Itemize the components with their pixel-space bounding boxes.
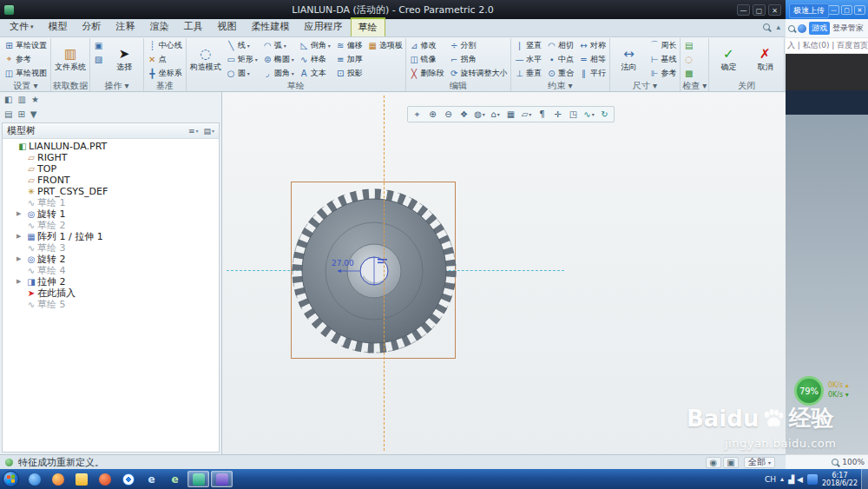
tab-render[interactable]: 渲染: [143, 17, 176, 36]
tree-columns-icon[interactable]: ▤: [4, 109, 12, 119]
tab-view[interactable]: 视图: [211, 17, 244, 36]
perimeter-dimension-button[interactable]: ⌒周长: [648, 38, 679, 52]
midpoint-constraint-button[interactable]: ∙中点: [545, 52, 575, 66]
perspective-icon[interactable]: ◳: [566, 108, 581, 121]
parallel-constraint-button[interactable]: ∥平行: [577, 66, 608, 80]
circle-button[interactable]: ○圆▾: [225, 66, 260, 80]
ok-button[interactable]: ✓确定: [711, 38, 746, 80]
taskbar-app-icon[interactable]: e: [164, 471, 186, 487]
tree-item-sketch-5[interactable]: ∿ 草绘 5: [3, 299, 219, 310]
coincident-constraint-button[interactable]: ⊙重合: [545, 66, 575, 80]
zoom-out-icon[interactable]: ⊖: [441, 108, 456, 121]
point-button[interactable]: ✕点: [146, 52, 184, 66]
symmetric-constraint-button[interactable]: ↔对称: [577, 38, 608, 52]
tangent-constraint-button[interactable]: ◠相切: [545, 38, 575, 52]
selection-filter[interactable]: 全部 ▾: [744, 457, 775, 468]
taskbar-ie-icon[interactable]: e: [141, 471, 162, 487]
ribbon-collapse-icon[interactable]: ▴: [776, 23, 780, 31]
tree-item-top-plane[interactable]: ▱ TOP: [3, 163, 219, 175]
saved-orientations-icon[interactable]: ⌂▾: [488, 108, 503, 121]
divide-button[interactable]: ÷分割: [448, 38, 510, 52]
language-indicator[interactable]: CH: [765, 475, 776, 484]
file-system-button[interactable]: ▥文件系统: [53, 38, 88, 80]
tree-item-revolve-2[interactable]: ▶ ◎ 旋转 2: [3, 254, 219, 265]
tree-item-csys[interactable]: ✳ PRT_CSYS_DEF: [3, 186, 219, 197]
navigator-panel-icon[interactable]: ◧: [4, 95, 12, 104]
spin-center-icon[interactable]: ✛: [550, 108, 565, 121]
tab-sketch[interactable]: 草绘: [351, 17, 385, 36]
tab-model[interactable]: 模型: [42, 17, 75, 36]
tab-analysis[interactable]: 分析: [76, 17, 108, 36]
upload-progress-gauge[interactable]: 79%: [794, 376, 824, 406]
horizontal-constraint-button[interactable]: —水平: [513, 52, 543, 66]
close-button[interactable]: ✕: [768, 4, 781, 16]
text-button[interactable]: A文本: [298, 66, 332, 80]
paste-button[interactable]: ▨: [92, 52, 105, 66]
references-button[interactable]: ⌖参考: [3, 52, 49, 66]
browser-zoom-level[interactable]: 100%: [842, 458, 865, 466]
fillet-button[interactable]: ◞圆角▾: [261, 66, 296, 80]
tab-flexible-modeling[interactable]: 柔性建模: [245, 17, 297, 36]
expand-arrow-icon[interactable]: ▶: [16, 276, 25, 287]
tree-item-pattern-1[interactable]: ▶ ▦ 阵列 1 / 拉伸 1: [3, 231, 219, 242]
taskbar-clock[interactable]: 6:17 2018/6/22: [822, 472, 858, 487]
taskbar-firefox-icon[interactable]: [47, 471, 69, 487]
account-bar[interactable]: 入 | 私信(0) | 百度首页: [786, 38, 868, 54]
offset-button[interactable]: ≋偏移: [334, 38, 365, 52]
reference-dimension-button[interactable]: ⊩参考: [648, 66, 679, 80]
centerline-button[interactable]: ┊中心线: [146, 38, 184, 52]
tree-filter-icon[interactable]: ▼: [30, 109, 37, 119]
show-desktop-button[interactable]: [861, 469, 868, 489]
chamfer-button[interactable]: ◺倒角▾: [298, 38, 332, 52]
shade-closed-loops-button[interactable]: ▩: [682, 66, 695, 80]
highlight-open-ends-button[interactable]: ◌: [682, 52, 695, 66]
panel-close-button[interactable]: ✕: [854, 5, 865, 15]
search-icon[interactable]: [763, 23, 770, 30]
datum-display-icon[interactable]: ▱▾: [519, 108, 534, 121]
tree-item-revolve-1[interactable]: ▶ ◎ 旋转 1: [3, 208, 219, 220]
equal-constraint-button[interactable]: =相等: [577, 52, 608, 66]
arc-button[interactable]: ◠弧▾: [261, 38, 296, 52]
palette-button[interactable]: ▦选项板: [366, 38, 404, 52]
expand-arrow-icon[interactable]: ▶: [16, 254, 25, 265]
rectangle-button[interactable]: ▭矩形▾: [225, 52, 260, 66]
status-find-icon[interactable]: ◉: [706, 457, 721, 468]
sketch-orientation-icon[interactable]: ↻: [597, 108, 612, 121]
hidden-icons-chevron[interactable]: ▴: [780, 475, 784, 483]
tree-item-sketch-3[interactable]: ∿ 草绘 3: [3, 242, 219, 254]
dimension-value[interactable]: 27.00: [332, 259, 354, 268]
tree-item-extrude-2[interactable]: ▶ ◨ 拉伸 2: [3, 276, 219, 287]
corner-button[interactable]: ⌐拐角: [448, 52, 510, 66]
coordinate-system-button[interactable]: ╋坐标系: [146, 66, 184, 80]
taskbar-uc-icon[interactable]: [94, 471, 115, 487]
tree-item-sketch-2[interactable]: ∿ 草绘 2: [3, 220, 219, 231]
tray-app-icon[interactable]: [807, 474, 818, 485]
zoom-in-icon[interactable]: ⊕: [425, 108, 440, 121]
ellipse-button[interactable]: ⊜椭圆▾: [261, 52, 296, 66]
line-button[interactable]: ╲线▾: [225, 38, 260, 52]
taskbar-browser-icon[interactable]: [211, 471, 233, 487]
select-button[interactable]: ➤选择: [107, 38, 141, 80]
spline-button[interactable]: ∿样条: [298, 52, 332, 66]
tab-annotate[interactable]: 注释: [109, 17, 142, 36]
tree-settings-button[interactable]: ▤▾: [203, 127, 214, 135]
delete-segment-button[interactable]: ╳删除段: [408, 66, 446, 80]
modify-button[interactable]: ⊿修改: [408, 38, 446, 52]
login-manager-button[interactable]: 登录管家: [832, 23, 864, 34]
expand-arrow-icon[interactable]: ▶: [16, 231, 25, 242]
rotate-resize-button[interactable]: ⟳旋转调整大小: [448, 66, 510, 80]
vertical-constraint-button[interactable]: ∣竖直: [513, 38, 543, 52]
favorites-icon[interactable]: ★: [31, 95, 39, 104]
tree-expand-all-icon[interactable]: ⊞: [17, 109, 24, 119]
normal-dimension-button[interactable]: ↔法向: [612, 38, 647, 80]
view-manager-icon[interactable]: ▦: [503, 108, 518, 121]
taskbar-folder-icon[interactable]: [70, 471, 92, 487]
games-button[interactable]: 游戏: [809, 22, 830, 35]
panel-maximize-button[interactable]: ▢: [841, 5, 852, 15]
taskbar-creo-icon[interactable]: [187, 471, 209, 487]
copy-button[interactable]: ▣: [92, 38, 105, 52]
refit-icon[interactable]: ⌖: [410, 108, 424, 121]
expand-arrow-icon[interactable]: ▶: [16, 208, 25, 220]
thicken-button[interactable]: ≡加厚: [334, 52, 365, 66]
tree-show-button[interactable]: ≡▾: [188, 127, 199, 135]
